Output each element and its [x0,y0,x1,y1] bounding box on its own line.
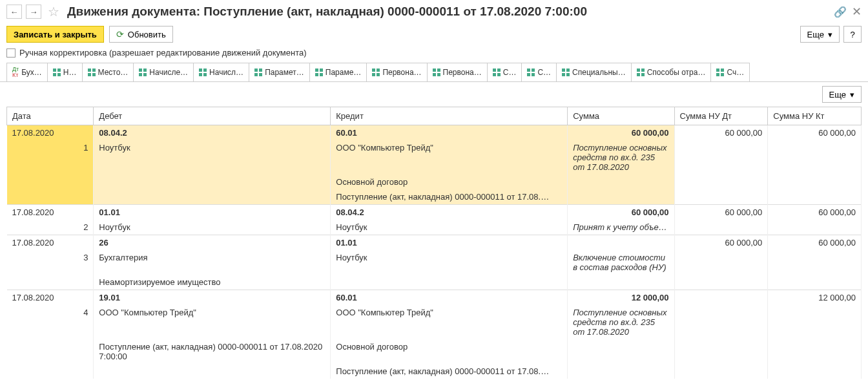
cell-nuk: 60 000,00 [768,235,862,251]
tab-7[interactable]: Первона… [366,63,427,81]
table-row[interactable]: Неамортизируемое имущество [7,275,862,290]
cell-debit-line: Поступление (акт, накладная) 0000-000011… [94,339,331,364]
cell-rownum: 3 [7,250,94,275]
cell-credit-line: Ноутбук [331,220,568,235]
cell-nud [674,290,768,306]
movements-table: Дата Дебет Кредит Сумма Сумма НУ Дт Сумм… [6,107,862,379]
cell-nud: 60 000,00 [674,205,768,220]
more-button-top[interactable]: Еще ▾ [800,26,840,43]
table-row[interactable]: Поступление (акт, накладная) 0000-000011… [7,189,862,205]
col-nud[interactable]: Сумма НУ Дт [674,107,768,125]
cell-credit-line: ООО "Компьютер Трейд" [331,305,568,339]
refresh-label: Обновить [128,30,166,39]
cell-sum [568,235,674,251]
close-icon[interactable]: ✕ [852,5,862,19]
tab-8[interactable]: Первона… [427,63,488,81]
page-title: Движения документа: Поступление (акт, на… [67,5,587,19]
grid-icon [315,69,323,76]
tab-5[interactable]: Парамет… [249,63,310,81]
favorite-icon[interactable]: ☆ [48,4,59,19]
tab-12[interactable]: Способы отра… [631,63,712,81]
cell-date: 17.08.2020 [7,290,94,306]
cell-credit-line: Основной договор [331,339,568,364]
cell-comment: Включение стоимости в состав расходов (Н… [568,250,674,275]
grid-icon [53,69,61,76]
save-close-label: Записать и закрыть [14,30,97,39]
table-row[interactable]: 17.08.20202601.0160 000,0060 000,00 [7,235,862,251]
cell-debit-acc: 08.04.2 [94,125,331,141]
cell-credit-acc: 01.01 [331,235,568,251]
tab-0[interactable]: ДтКтБух… [6,63,48,81]
tab-6[interactable]: Параме… [309,63,367,81]
tab-4[interactable]: Начисл… [193,63,249,81]
col-date[interactable]: Дата [7,107,94,125]
table-row[interactable]: 2НоутбукНоутбукПринят к учету объе… [7,220,862,235]
col-debit[interactable]: Дебет [94,107,331,125]
chevron-down-icon: ▾ [828,30,832,39]
cell-sum: 60 000,00 [568,205,674,220]
grid-icon [199,69,207,76]
cell-date: 17.08.2020 [7,205,94,220]
tab-1[interactable]: Н… [47,63,83,81]
refresh-button[interactable]: ⟳ Обновить [109,26,173,43]
cell-credit-line: Поступление (акт, накладная) 0000-000011… [331,364,568,379]
table-row[interactable]: 3БухгалтерияНоутбукВключение стоимости в… [7,250,862,275]
tab-3[interactable]: Начисле… [133,63,194,81]
refresh-icon: ⟳ [116,29,124,39]
cell-credit-line: ООО "Компьютер Трейд" [331,140,568,174]
link-icon[interactable]: 🔗 [834,6,847,18]
grid-icon [637,69,645,76]
col-credit[interactable]: Кредит [331,107,568,125]
cell-credit-line: Основной договор [331,174,568,189]
dtkt-icon: ДтКт [12,67,19,78]
grid-icon [716,69,724,76]
table-row[interactable]: 17.08.202001.0108.04.260 000,0060 000,00… [7,205,862,220]
more-button-grid[interactable]: Еще ▾ [822,86,862,103]
col-sum[interactable]: Сумма [568,107,674,125]
grid-icon [254,69,262,76]
save-close-button[interactable]: Записать и закрыть [6,26,104,43]
table-row[interactable]: 4ООО "Компьютер Трейд"ООО "Компьютер Тре… [7,305,862,339]
cell-comment: Поступление основных средств по вх.д. 23… [568,305,674,339]
tab-9[interactable]: С… [487,63,522,81]
cell-debit-acc: 01.01 [94,205,331,220]
cell-credit-acc: 60.01 [331,290,568,306]
table-row[interactable]: 17.08.202008.04.260.0160 000,0060 000,00… [7,125,862,141]
grid-icon [433,69,440,76]
cell-nud: 60 000,00 [674,235,768,251]
cell-debit-line: Ноутбук [94,140,331,174]
cell-date: 17.08.2020 [7,235,94,251]
tab-10[interactable]: С… [521,63,557,81]
cell-credit-line: Ноутбук [331,250,568,275]
cell-sum: 60 000,00 [568,125,674,141]
cell-sum: 12 000,00 [568,290,674,306]
table-row[interactable]: 17.08.202019.0160.0112 000,0012 000,00 [7,290,862,306]
table-row[interactable]: Поступление (акт, накладная) 0000-000011… [7,339,862,364]
cell-nud: 60 000,00 [674,125,768,141]
cell-rownum: 2 [7,220,94,235]
back-button[interactable]: ← [6,5,22,19]
cell-debit-line [94,174,331,189]
grid-icon [527,69,535,76]
cell-date: 17.08.2020 [7,125,94,141]
grid-icon [562,69,570,76]
col-nuk[interactable]: Сумма НУ Кт [768,107,862,125]
tab-2[interactable]: Место… [82,63,134,81]
table-row[interactable]: Поступление (акт, накладная) 0000-000011… [7,364,862,379]
grid-icon [139,69,147,76]
cell-comment: Поступление основных средств по вх.д. 23… [568,140,674,174]
cell-debit-acc: 26 [94,235,331,251]
table-row[interactable]: 1НоутбукООО "Компьютер Трейд"Поступление… [7,140,862,174]
manual-edit-checkbox[interactable] [6,48,16,58]
tab-13[interactable]: Сч… [710,63,750,81]
cell-debit-acc: 19.01 [94,290,331,306]
cell-debit-line: Ноутбук [94,220,331,235]
help-button[interactable]: ? [843,26,862,43]
cell-credit-line [331,275,568,290]
table-row[interactable]: Основной договор [7,174,862,189]
forward-button[interactable]: → [26,5,41,19]
tabstrip: ДтКтБух…Н…Место…Начисле…Начисл…Парамет…П… [0,63,868,82]
grid-icon [372,69,380,76]
tab-11[interactable]: Специальны… [556,63,632,81]
cell-debit-line: Неамортизируемое имущество [94,275,331,290]
